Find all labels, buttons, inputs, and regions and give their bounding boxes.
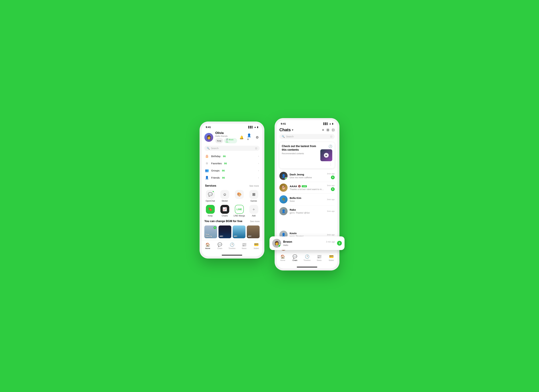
menu-item-favorites[interactable]: ☆ Favorites 86 › bbox=[202, 160, 262, 167]
aaaa-message: Thanks a lot but i dont want to make it … bbox=[290, 188, 325, 191]
service-add[interactable]: + Add bbox=[246, 203, 261, 218]
music-tag[interactable]: 🎵 Music na... bbox=[224, 138, 237, 143]
banner-more-icon[interactable]: ⋮ bbox=[329, 162, 332, 166]
mute-icon: 🔇 bbox=[298, 185, 301, 188]
recommended-banner[interactable]: Check out the lastest from this contents… bbox=[279, 142, 335, 168]
birthday-icon: 🎂 bbox=[205, 154, 209, 158]
bgm-card-4[interactable]: ABC bbox=[247, 226, 260, 238]
profile-status: Hello friends bbox=[215, 135, 237, 137]
chats-icon: 💬 bbox=[217, 242, 222, 247]
favorites-chevron: › bbox=[258, 162, 259, 165]
play-button[interactable]: ▶ bbox=[324, 153, 329, 158]
service-sticker[interactable]: ☺ Sticker bbox=[217, 189, 232, 203]
home-label: Home bbox=[205, 247, 210, 249]
bgm-card-3[interactable]: ABC bbox=[233, 226, 245, 238]
avatar[interactable]: 👩 bbox=[204, 133, 213, 142]
nav-wallet[interactable]: 💳 Wallet bbox=[250, 242, 262, 250]
chat-item-rako[interactable]: 👤 Rako got it. Thanks! @Soi 3min ago bbox=[277, 205, 337, 217]
timeline-icon: 🕐 bbox=[230, 242, 234, 247]
service-games[interactable]: ⊞ Games bbox=[246, 189, 261, 203]
bella-message: Soso bbox=[290, 200, 325, 202]
services-see-more[interactable]: See more bbox=[249, 184, 259, 187]
qr-icon[interactable]: ⊡ bbox=[332, 128, 335, 132]
nav2-wallet[interactable]: 💳 Wallet bbox=[325, 254, 337, 262]
phone-1: 9:41 ▌▌▌ ▲ ▮ 👩 Olivia Hello friends Keep… bbox=[200, 122, 264, 259]
new-chat-icon[interactable]: ⊞ bbox=[327, 128, 329, 132]
profile-actions: 🔔 👤+ ⚙ bbox=[239, 135, 260, 140]
bgm-card-2[interactable]: ABC bbox=[218, 226, 231, 238]
bella-info: Bella Kim Soso bbox=[290, 197, 325, 202]
aaaa-time: 3min ago bbox=[327, 184, 335, 186]
kevin-time: 3min ago bbox=[327, 234, 335, 236]
bgm-card-4-inner: ABC bbox=[247, 226, 260, 238]
aaaa-meta: 3min ago 9 bbox=[327, 184, 335, 191]
chats-search-placeholder: Search bbox=[286, 135, 294, 138]
bgm-card-3-inner: ABC bbox=[233, 226, 245, 238]
bgm-see-more[interactable]: See more bbox=[250, 220, 260, 222]
chats-dropdown-icon[interactable]: ▾ bbox=[292, 128, 293, 132]
phone1-search-bar[interactable]: 🔍 Search ⊡ bbox=[204, 146, 260, 151]
chat-avatar-bella: 🌴 bbox=[279, 195, 288, 203]
openchat-icon-box: 💬 bbox=[206, 190, 215, 199]
notif-name-row: Brwon 3 min ago bbox=[283, 240, 335, 244]
menu-item-groups[interactable]: 👥 Groups 86 › bbox=[202, 167, 262, 174]
friends-badge: 86 bbox=[222, 176, 225, 179]
rako-name: Rako bbox=[290, 208, 296, 211]
banner-thumbnail[interactable]: ▶ bbox=[320, 149, 332, 161]
notif-indicator bbox=[278, 245, 281, 248]
chats-search-bar[interactable]: 🔍 Search ⊡ bbox=[279, 134, 335, 139]
charts-label: Charts bbox=[222, 215, 228, 217]
services-header: Services See more bbox=[202, 182, 262, 189]
bgm-card-1[interactable]: N Slow Dancing bbox=[204, 226, 217, 238]
chats-title: Chats ▾ bbox=[279, 128, 293, 132]
service-line-manga[interactable]: LINE LINE Manga bbox=[232, 203, 246, 218]
news-label-2: News bbox=[317, 259, 322, 261]
nav-home[interactable]: 🏠 Home bbox=[202, 242, 214, 250]
dash-name: Dash Jeong bbox=[290, 173, 304, 176]
add-friend-icon[interactable]: 👤+ bbox=[247, 135, 252, 140]
nav-chats[interactable]: 💬 Chats bbox=[214, 242, 226, 250]
search-placeholder: Search bbox=[211, 147, 218, 150]
service-charts[interactable]: 📈 Charts bbox=[217, 203, 232, 218]
nav-news[interactable]: 📰 News bbox=[238, 242, 250, 250]
nav2-news[interactable]: 📰 News bbox=[313, 254, 325, 262]
signal-icon-2: ▌▌▌ bbox=[323, 122, 328, 125]
openchat-label: OpenChat bbox=[206, 200, 215, 202]
keep-tag[interactable]: Keep bbox=[215, 138, 223, 143]
chat-item-bella[interactable]: 🌴 Bella Kim Soso 3min ago bbox=[277, 194, 337, 205]
filter-icon[interactable]: ≡ bbox=[322, 128, 324, 132]
notification-card[interactable]: 👩 Brwon 3 min ago Hello 3 bbox=[270, 236, 345, 250]
settings-icon[interactable]: ⚙ bbox=[255, 135, 260, 140]
bgm-grid: N Slow Dancing ABC ABC bbox=[204, 226, 260, 238]
wifi-icon: ▲ bbox=[254, 126, 256, 128]
bgm-card-3-label: ABC bbox=[234, 235, 244, 237]
notif-badge: 3 bbox=[337, 241, 342, 246]
dash-time: 3min ago bbox=[327, 173, 335, 175]
bgm-card-2-label: ABC bbox=[220, 235, 230, 237]
chats-icon-2: 💬 bbox=[293, 255, 297, 259]
service-openchat[interactable]: 💬 OpenChat bbox=[203, 189, 217, 203]
search-icon: 🔍 bbox=[207, 147, 210, 150]
timeline-icon-2: 🕐 bbox=[305, 255, 309, 259]
profile-header: 👩 Olivia Hello friends Keep 🎵 Music na..… bbox=[202, 129, 262, 145]
menu-item-friends[interactable]: 👤 Friends 86 › bbox=[202, 174, 262, 181]
scan-icon[interactable]: ⊡ bbox=[255, 147, 257, 150]
chat-item-aaaa[interactable]: 🐕 AAAA 🔇 LIVE Thanks a lot but i dont wa… bbox=[277, 182, 337, 194]
service-theme[interactable]: 🎨 bbox=[232, 189, 246, 203]
chat-item-dash-jeong[interactable]: 👤 Dash Jeong Give me more caffeine 3min … bbox=[277, 170, 337, 182]
banner-right: 🕐 ▶ ⋮ bbox=[320, 145, 332, 166]
groups-chevron: › bbox=[258, 169, 259, 172]
notif-time: 3 min ago bbox=[326, 241, 335, 243]
nav-timeline[interactable]: 🕐 Timeline bbox=[226, 242, 238, 250]
wallet-icon: 💳 bbox=[254, 242, 259, 247]
nav2-timeline[interactable]: 🕐 Timeline bbox=[301, 254, 313, 262]
nav2-chats[interactable]: 💬 Chats bbox=[289, 254, 301, 262]
service-keep[interactable]: 🔖 Keep bbox=[203, 203, 217, 218]
nav2-home[interactable]: 🏠 Home bbox=[277, 254, 289, 262]
menu-item-birthday[interactable]: 🎂 Birthday 86 › bbox=[202, 152, 262, 160]
bgm-header: You can change BGM for free See more bbox=[204, 220, 260, 224]
sticker-icon-box: ☺ bbox=[220, 190, 229, 199]
bell-icon[interactable]: 🔔 bbox=[239, 135, 244, 140]
phone2-time: 9:41 bbox=[281, 122, 286, 125]
games-icon-box: ⊞ bbox=[249, 190, 258, 199]
